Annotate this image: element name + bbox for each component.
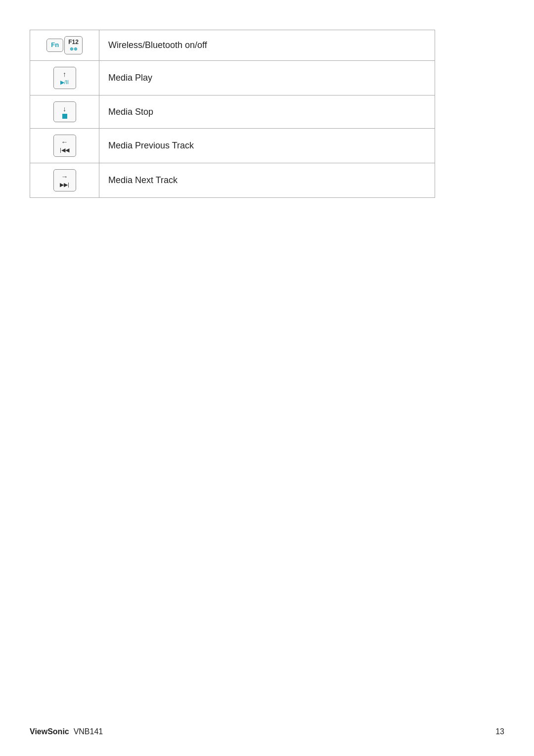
prev-key-icon: ← |◀◀ [53, 135, 76, 157]
key-cell: ← |◀◀ [30, 129, 99, 163]
page-number: 13 [495, 727, 504, 736]
row-description: Wireless/Bluetooth on/off [108, 40, 207, 50]
model-text: VNB141 [74, 727, 103, 736]
row-description: Media Previous Track [108, 141, 194, 150]
model-name: VNB141 [71, 727, 103, 736]
key-table: Fn F12 ⊕⊕ Wireless/Bluetooth on/off ↑ [30, 30, 435, 198]
next-key-icon: → ▶▶| [53, 169, 76, 191]
up-arrow-icon: ↑ [63, 70, 66, 78]
table-row: ↑ ▶/II Media Play [30, 61, 435, 95]
description-cell: Media Previous Track [99, 129, 435, 163]
key-cell: → ▶▶| [30, 163, 99, 198]
key-combo-fn-f12: Fn F12 ⊕⊕ [46, 36, 83, 54]
description-cell: Media Next Track [99, 163, 435, 198]
stop-square-icon [62, 114, 67, 119]
table-row: Fn F12 ⊕⊕ Wireless/Bluetooth on/off [30, 30, 435, 61]
key-cell: ↓ [30, 95, 99, 129]
row-description: Media Stop [108, 107, 153, 117]
right-arrow-icon: → [61, 173, 68, 181]
f12-sub-icon: ⊕⊕ [68, 47, 79, 52]
left-arrow-icon: ← [61, 138, 68, 146]
footer-branding: ViewSonic VNB141 [30, 727, 103, 736]
key-cell: Fn F12 ⊕⊕ [30, 30, 99, 61]
table-row: ← |◀◀ Media Previous Track [30, 129, 435, 163]
brand-name: ViewSonic [30, 727, 69, 736]
row-description: Media Next Track [108, 175, 178, 185]
description-cell: Media Play [99, 61, 435, 95]
play-key-icon: ↑ ▶/II [53, 67, 76, 89]
down-arrow-icon: ↓ [63, 105, 66, 113]
prev-track-icon: |◀◀ [60, 147, 69, 153]
key-cell: ↑ ▶/II [30, 61, 99, 95]
stop-key-icon: ↓ [53, 101, 76, 122]
next-track-icon: ▶▶| [60, 182, 69, 188]
footer: ViewSonic VNB141 13 [30, 727, 504, 736]
table-row: → ▶▶| Media Next Track [30, 163, 435, 198]
table-row: ↓ Media Stop [30, 95, 435, 129]
f12-key: F12 ⊕⊕ [64, 36, 83, 54]
description-cell: Wireless/Bluetooth on/off [99, 30, 435, 61]
description-cell: Media Stop [99, 95, 435, 129]
fn-key: Fn [46, 39, 63, 52]
play-pause-icon: ▶/II [60, 79, 69, 86]
page-content: Fn F12 ⊕⊕ Wireless/Bluetooth on/off ↑ [0, 0, 534, 218]
row-description: Media Play [108, 73, 152, 83]
